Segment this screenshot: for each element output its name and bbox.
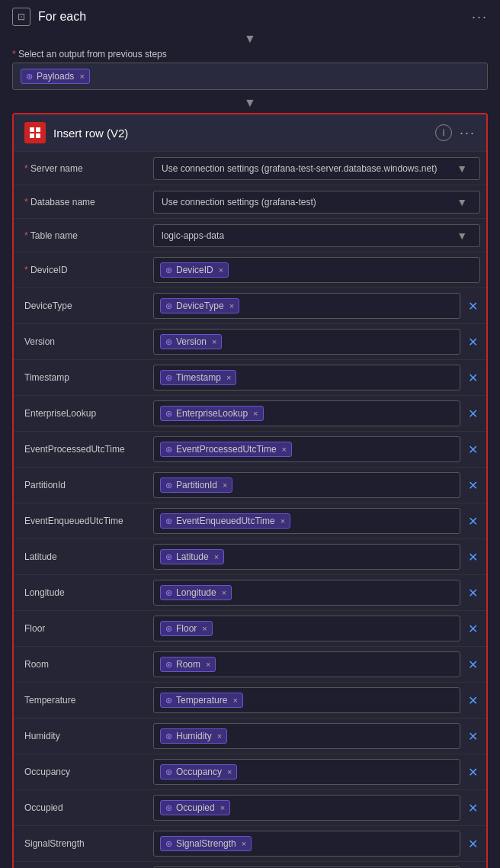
database-name-text: Use connection settings (grafana-test) — [162, 197, 457, 207]
event-enqueued-remove[interactable]: ✕ — [465, 513, 480, 529]
partition-id-input[interactable]: ⊛ PartitionId × — [153, 472, 460, 498]
svg-rect-0 — [30, 127, 34, 132]
timestamp-input[interactable]: ⊛ Timestamp × — [153, 365, 460, 391]
server-name-chevron[interactable]: ▼ — [457, 162, 472, 175]
version-label: Version — [14, 330, 147, 353]
event-enqueued-value: ⊛ EventEnqueuedUtcTime × ✕ — [147, 503, 486, 538]
card-header: Insert row (V2) i ··· — [14, 114, 486, 152]
latitude-value: ⊛ Latitude × ✕ — [147, 539, 486, 574]
occupancy-value: ⊛ Occupancy × ✕ — [147, 754, 486, 789]
temperature-label: Temperature — [14, 689, 147, 712]
page-wrapper: ⊡ For each ··· ▼ * Select an output from… — [0, 0, 500, 868]
device-id-row: * DeviceID ⊛ DeviceID × — [14, 252, 486, 288]
humidity-remove[interactable]: ✕ — [465, 728, 480, 744]
table-name-value[interactable]: logic-apps-data ▼ — [147, 220, 486, 252]
occupancy-remove[interactable]: ✕ — [465, 764, 480, 780]
occupancy-input[interactable]: ⊛ Occupancy × — [153, 759, 460, 785]
select-output-input[interactable]: ⊛ Payloads × — [12, 63, 488, 90]
device-type-value: ⊛ DeviceType × ✕ — [147, 288, 486, 323]
humidity-label: Humidity — [14, 725, 147, 747]
card-menu-button[interactable]: ··· — [460, 125, 476, 141]
version-input[interactable]: ⊛ Version × — [153, 329, 460, 355]
longitude-remove[interactable]: ✕ — [465, 585, 480, 600]
database-name-dropdown[interactable]: Use connection settings (grafana-test) ▼ — [153, 191, 480, 214]
temperature-input[interactable]: ⊛ Temperature × — [153, 687, 460, 713]
card-title: Insert row (V2) — [53, 127, 128, 140]
room-remove[interactable]: ✕ — [465, 657, 480, 672]
occupied-row: Occupied ⊛ Occupied × ✕ — [14, 790, 486, 826]
database-name-row: * Database name Use connection settings … — [14, 185, 486, 219]
occupied-label: Occupied — [14, 796, 147, 819]
floor-input[interactable]: ⊛ Floor × — [153, 616, 460, 641]
svg-rect-2 — [30, 133, 34, 138]
enterprise-lookup-value: ⊛ EnterpriseLookup × ✕ — [147, 396, 486, 431]
floor-remove[interactable]: ✕ — [465, 621, 480, 636]
partition-id-row: PartitionId ⊛ PartitionId × ✕ — [14, 468, 486, 503]
latitude-input[interactable]: ⊛ Latitude × — [153, 544, 460, 570]
floor-row: Floor ⊛ Floor × ✕ — [14, 611, 486, 647]
event-enqueued-row: EventEnqueuedUtcTime ⊛ EventEnqueuedUtcT… — [14, 503, 486, 539]
temperature-remove[interactable]: ✕ — [465, 693, 480, 708]
header-menu-button[interactable]: ··· — [472, 9, 488, 25]
occupied-remove[interactable]: ✕ — [465, 800, 480, 815]
database-name-chevron[interactable]: ▼ — [457, 196, 472, 208]
enterprise-lookup-row: EnterpriseLookup ⊛ EnterpriseLookup × ✕ — [14, 396, 486, 432]
event-processed-remove[interactable]: ✕ — [465, 442, 480, 457]
signal-strength-value: ⊛ SignalStrength × ✕ — [147, 826, 486, 861]
timestamp-remove[interactable]: ✕ — [465, 370, 480, 385]
humidity-input[interactable]: ⊛ Humidity × — [153, 723, 460, 749]
latitude-remove[interactable]: ✕ — [465, 549, 480, 564]
device-type-input[interactable]: ⊛ DeviceType × — [153, 293, 460, 319]
occupied-input[interactable]: ⊛ Occupied × — [153, 795, 460, 821]
partition-id-label: PartitionId — [14, 474, 147, 497]
longitude-label: Longitude — [14, 581, 147, 604]
card-icon — [24, 122, 46, 143]
server-name-dropdown[interactable]: Use connection settings (grafana-test-se… — [153, 157, 480, 180]
humidity-row: Humidity ⊛ Humidity × ✕ — [14, 719, 486, 754]
select-output-label: * Select an output from previous steps — [12, 49, 488, 59]
signal-strength-row: SignalStrength ⊛ SignalStrength × ✕ — [14, 826, 486, 862]
card-header-right: i ··· — [435, 124, 476, 141]
event-processed-input[interactable]: ⊛ EventProcessedUtcTime × — [153, 436, 460, 462]
database-name-label: * Database name — [14, 191, 147, 214]
signal-strength-input[interactable]: ⊛ SignalStrength × — [153, 831, 460, 857]
select-output-section: * Select an output from previous steps ⊛… — [12, 49, 488, 90]
event-enqueued-label: EventEnqueuedUtcTime — [14, 510, 147, 532]
table-name-chevron[interactable]: ▼ — [457, 230, 472, 242]
room-input[interactable]: ⊛ Room × — [153, 651, 460, 677]
table-name-label: * Table name — [14, 224, 147, 247]
longitude-input[interactable]: ⊛ Longitude × — [153, 580, 460, 606]
temperature-value: ⊛ Temperature × ✕ — [147, 683, 486, 718]
humidity-value: ⊛ Humidity × ✕ — [147, 719, 486, 754]
payloads-tag: ⊛ Payloads × — [21, 69, 90, 84]
for-each-header: ⊡ For each ··· — [12, 0, 488, 31]
enterprise-lookup-remove[interactable]: ✕ — [465, 406, 480, 421]
info-button[interactable]: i — [435, 124, 452, 141]
card-header-left: Insert row (V2) — [24, 122, 128, 143]
partition-id-remove[interactable]: ✕ — [465, 477, 480, 493]
latitude-row: Latitude ⊛ Latitude × ✕ — [14, 539, 486, 575]
payload-tag-close[interactable]: × — [79, 72, 84, 81]
device-type-remove[interactable]: ✕ — [465, 298, 480, 313]
room-label: Room — [14, 653, 147, 676]
insert-row-card: Insert row (V2) i ··· * Server name Use … — [12, 113, 488, 868]
room-value: ⊛ Room × ✕ — [147, 647, 486, 682]
device-id-input[interactable]: ⊛ DeviceID × — [153, 257, 480, 283]
event-enqueued-input[interactable]: ⊛ EventEnqueuedUtcTime × — [153, 508, 460, 534]
table-name-dropdown[interactable]: logic-apps-data ▼ — [153, 224, 480, 247]
battery-value: ⊛ Battery × ✕ — [147, 862, 486, 868]
event-processed-label: EventProcessedUtcTime — [14, 438, 147, 461]
payload-tag-text: Payloads — [37, 71, 74, 82]
server-name-label: * Server name — [14, 157, 147, 180]
payload-tag-icon: ⊛ — [26, 72, 33, 82]
database-name-value[interactable]: Use connection settings (grafana-test) ▼ — [147, 186, 486, 218]
server-name-value[interactable]: Use connection settings (grafana-test-se… — [147, 153, 486, 185]
occupied-value: ⊛ Occupied × ✕ — [147, 790, 486, 825]
version-remove[interactable]: ✕ — [465, 334, 480, 349]
signal-strength-remove[interactable]: ✕ — [465, 836, 480, 851]
floor-label: Floor — [14, 617, 147, 640]
timestamp-label: Timestamp — [14, 366, 147, 389]
timestamp-row: Timestamp ⊛ Timestamp × ✕ — [14, 360, 486, 396]
device-id-tag: ⊛ DeviceID × — [160, 262, 229, 278]
enterprise-lookup-input[interactable]: ⊛ EnterpriseLookup × — [153, 400, 460, 426]
